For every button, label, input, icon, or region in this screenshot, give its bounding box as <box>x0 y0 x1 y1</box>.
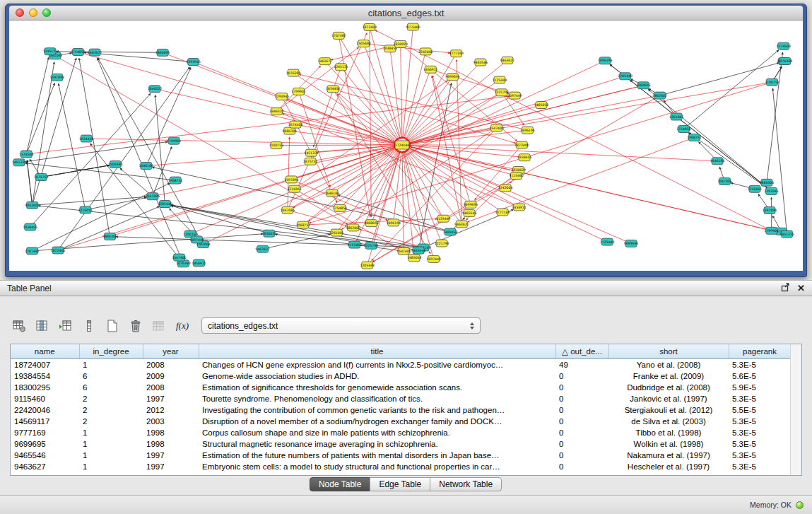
new-column-icon[interactable] <box>57 317 75 335</box>
table-row[interactable]: 977716911998Corpus callosum shape and si… <box>11 427 791 438</box>
graph-node[interactable]: 1634456 <box>326 86 341 93</box>
function-builder-icon[interactable]: f(x) <box>173 317 192 335</box>
graph-node[interactable]: 1125449 <box>493 76 507 83</box>
graph-edge[interactable] <box>408 95 514 142</box>
graph-node[interactable]: 1646186 <box>710 158 725 165</box>
graph-edge[interactable] <box>433 76 471 204</box>
graph-node[interactable]: 1938455 <box>23 223 37 230</box>
graph-node[interactable]: 1293945 <box>275 93 290 100</box>
graph-node[interactable]: 1872400 <box>51 247 66 254</box>
graph-node[interactable]: 1205448 <box>618 73 632 80</box>
close-panel-icon[interactable]: ✕ <box>797 283 805 293</box>
graph-node[interactable]: 1505680 <box>356 40 371 47</box>
graph-node[interactable]: 1456911 <box>423 66 438 73</box>
new-table-icon[interactable] <box>103 317 122 335</box>
graph-edge[interactable] <box>58 67 189 250</box>
graph-node[interactable]: 1097449 <box>426 255 441 262</box>
graph-node[interactable]: 1097449 <box>507 92 522 99</box>
network-graph[interactable]: 1872400193845518300299115460224200414569… <box>9 21 803 271</box>
graph-node[interactable]: 1860695 <box>364 220 379 227</box>
graph-node[interactable]: 1860695 <box>636 82 651 89</box>
graph-edge[interactable] <box>333 89 397 141</box>
tab-network-table[interactable]: Network Table <box>430 477 502 491</box>
show-columns-icon[interactable] <box>33 317 52 335</box>
graph-node[interactable]: 1860695 <box>155 49 170 56</box>
table-row[interactable]: 946362711997Embryonic stem cells: a mode… <box>11 461 791 472</box>
graph-node[interactable]: 1574508 <box>288 121 303 128</box>
graph-node[interactable]: 1547400 <box>489 124 504 132</box>
vertical-scrollbar[interactable] <box>790 344 801 475</box>
graph-node[interactable]: 9465546 <box>462 210 477 217</box>
graph-node[interactable]: 1485058 <box>534 102 549 109</box>
graph-node[interactable]: 1463677 <box>318 58 333 65</box>
graph-edge[interactable] <box>406 149 469 213</box>
graph-node[interactable]: 1100753 <box>765 78 779 86</box>
graph-edge[interactable] <box>648 90 771 192</box>
graph-node[interactable]: 9115460 <box>406 23 420 30</box>
graph-node[interactable]: 1463677 <box>88 49 102 56</box>
graph-node[interactable]: 1097449 <box>189 236 204 243</box>
table-row[interactable]: 911546021997Tourette syndrome. Phenomeno… <box>11 393 791 404</box>
graph-node[interactable]: 9886306 <box>760 179 775 186</box>
graph-node[interactable]: 9862602 <box>25 201 40 209</box>
graph-edge[interactable] <box>390 49 401 139</box>
graph-node[interactable]: 1646186 <box>139 163 154 170</box>
graph-edge[interactable] <box>204 148 396 245</box>
graph-node[interactable]: 1675751 <box>303 158 318 165</box>
graph-node[interactable]: 1221798 <box>495 89 510 96</box>
graph-node[interactable]: 1968751 <box>687 134 702 141</box>
graph-edge[interactable] <box>372 128 497 261</box>
graph-edge[interactable] <box>33 62 54 206</box>
graph-edge[interactable] <box>86 139 396 145</box>
graph-edge[interactable] <box>33 234 263 251</box>
memory-status-led-icon[interactable] <box>796 501 804 509</box>
graph-node[interactable]: 1574508 <box>19 151 34 158</box>
graph-edge[interactable] <box>371 151 400 246</box>
graph-node[interactable]: 1754858 <box>71 49 86 56</box>
graph-node[interactable]: 1707482 <box>331 32 346 39</box>
graph-edge[interactable] <box>78 52 396 144</box>
graph-edge[interactable] <box>276 145 396 146</box>
graph-node[interactable]: 1047085 <box>146 193 160 200</box>
graph-node[interactable]: 1846322 <box>269 108 284 115</box>
graph-node[interactable]: 1485058 <box>407 255 422 262</box>
graph-edge[interactable] <box>283 114 519 207</box>
graph-node[interactable]: 1047085 <box>281 206 295 214</box>
graph-node[interactable]: 1221798 <box>435 240 449 247</box>
graph-edge[interactable] <box>26 96 508 154</box>
network-canvas[interactable]: 1872400193845518300299115460224200414569… <box>9 21 803 271</box>
graph-node[interactable]: 9465546 <box>411 247 426 254</box>
graph-node[interactable]: 9115460 <box>509 173 524 180</box>
graph-node[interactable]: 1646186 <box>325 189 340 197</box>
graph-node[interactable]: 9862602 <box>346 224 360 231</box>
column-header-year[interactable]: year <box>143 344 199 358</box>
graph-node[interactable]: 1216051 <box>287 185 302 192</box>
table-row[interactable]: 1938455462009Genome-wide association stu… <box>11 370 791 382</box>
graph-edge[interactable] <box>408 93 502 142</box>
graph-node[interactable]: 1100753 <box>269 142 284 149</box>
graph-edge[interactable] <box>310 146 396 162</box>
graph-node[interactable]: 1696194 <box>386 219 401 226</box>
graph-node[interactable]: 1261065 <box>669 113 684 120</box>
graph-node[interactable]: 1261065 <box>329 229 344 236</box>
graph-edge[interactable] <box>401 44 402 139</box>
graph-node[interactable]: 1799901 <box>167 137 182 144</box>
graph-edge[interactable] <box>26 58 49 154</box>
window-titlebar[interactable]: citations_edges.txt <box>9 6 803 21</box>
graph-node[interactable]: 1724046 <box>395 141 410 149</box>
graph-node[interactable]: 1205448 <box>158 201 172 208</box>
graph-node[interactable]: 1846322 <box>148 86 163 93</box>
graph-node[interactable]: 1799901 <box>291 88 306 95</box>
delete-table-icon[interactable] <box>126 317 145 335</box>
graph-node[interactable]: 9115460 <box>347 241 362 248</box>
graph-edge[interactable] <box>408 146 717 161</box>
graph-node[interactable]: 1754858 <box>676 126 691 133</box>
graph-node[interactable]: 1696194 <box>520 127 535 134</box>
graph-node[interactable]: 2242004 <box>498 185 513 192</box>
graph-node[interactable]: 1216051 <box>78 206 93 214</box>
column-header-title[interactable]: title <box>199 344 555 358</box>
table-row[interactable]: 1830029562008Estimation of significance … <box>11 382 791 393</box>
graph-node[interactable]: 1047085 <box>717 177 732 185</box>
column-icon[interactable] <box>80 317 98 335</box>
graph-edge[interactable] <box>660 63 779 95</box>
